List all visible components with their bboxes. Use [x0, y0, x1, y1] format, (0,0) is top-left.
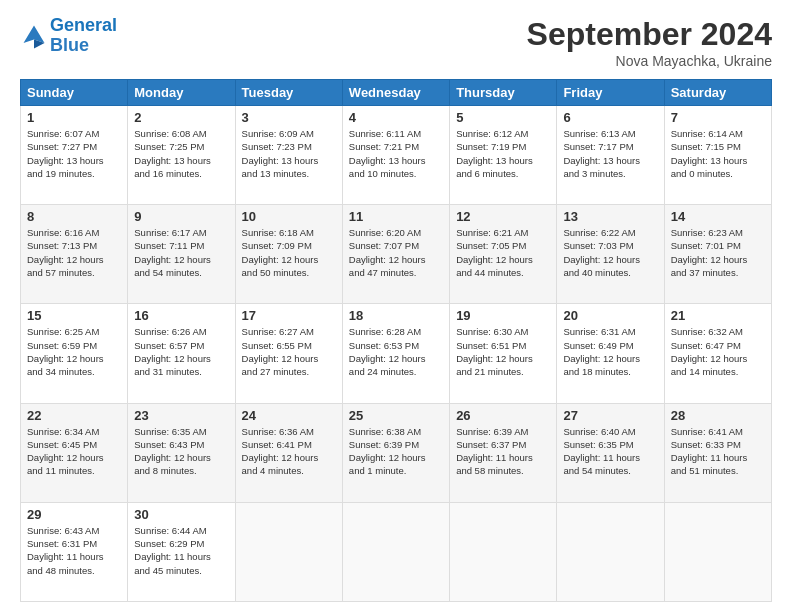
- day-info: Sunrise: 6:16 AMSunset: 7:13 PMDaylight:…: [27, 226, 121, 279]
- day-number: 15: [27, 308, 121, 323]
- col-saturday: Saturday: [664, 80, 771, 106]
- table-cell: 1 Sunrise: 6:07 AMSunset: 7:27 PMDayligh…: [21, 106, 128, 205]
- day-info: Sunrise: 6:09 AMSunset: 7:23 PMDaylight:…: [242, 127, 336, 180]
- day-info: Sunrise: 6:39 AMSunset: 6:37 PMDaylight:…: [456, 425, 550, 478]
- day-info: Sunrise: 6:17 AMSunset: 7:11 PMDaylight:…: [134, 226, 228, 279]
- day-number: 21: [671, 308, 765, 323]
- table-cell: [342, 502, 449, 601]
- table-cell: [557, 502, 664, 601]
- title-section: September 2024 Nova Mayachka, Ukraine: [527, 16, 772, 69]
- day-info: Sunrise: 6:32 AMSunset: 6:47 PMDaylight:…: [671, 325, 765, 378]
- header: General Blue September 2024 Nova Mayachk…: [20, 16, 772, 69]
- day-info: Sunrise: 6:14 AMSunset: 7:15 PMDaylight:…: [671, 127, 765, 180]
- day-info: Sunrise: 6:44 AMSunset: 6:29 PMDaylight:…: [134, 524, 228, 577]
- day-info: Sunrise: 6:28 AMSunset: 6:53 PMDaylight:…: [349, 325, 443, 378]
- col-wednesday: Wednesday: [342, 80, 449, 106]
- col-monday: Monday: [128, 80, 235, 106]
- day-info: Sunrise: 6:34 AMSunset: 6:45 PMDaylight:…: [27, 425, 121, 478]
- col-tuesday: Tuesday: [235, 80, 342, 106]
- day-number: 11: [349, 209, 443, 224]
- table-cell: [450, 502, 557, 601]
- table-cell: 14 Sunrise: 6:23 AMSunset: 7:01 PMDaylig…: [664, 205, 771, 304]
- day-number: 13: [563, 209, 657, 224]
- table-cell: 4 Sunrise: 6:11 AMSunset: 7:21 PMDayligh…: [342, 106, 449, 205]
- table-cell: 25 Sunrise: 6:38 AMSunset: 6:39 PMDaylig…: [342, 403, 449, 502]
- table-cell: 21 Sunrise: 6:32 AMSunset: 6:47 PMDaylig…: [664, 304, 771, 403]
- day-number: 7: [671, 110, 765, 125]
- table-cell: 6 Sunrise: 6:13 AMSunset: 7:17 PMDayligh…: [557, 106, 664, 205]
- day-number: 25: [349, 408, 443, 423]
- table-cell: 20 Sunrise: 6:31 AMSunset: 6:49 PMDaylig…: [557, 304, 664, 403]
- day-info: Sunrise: 6:22 AMSunset: 7:03 PMDaylight:…: [563, 226, 657, 279]
- day-number: 18: [349, 308, 443, 323]
- day-info: Sunrise: 6:21 AMSunset: 7:05 PMDaylight:…: [456, 226, 550, 279]
- day-info: Sunrise: 6:27 AMSunset: 6:55 PMDaylight:…: [242, 325, 336, 378]
- day-number: 10: [242, 209, 336, 224]
- table-cell: 26 Sunrise: 6:39 AMSunset: 6:37 PMDaylig…: [450, 403, 557, 502]
- table-cell: 19 Sunrise: 6:30 AMSunset: 6:51 PMDaylig…: [450, 304, 557, 403]
- day-info: Sunrise: 6:20 AMSunset: 7:07 PMDaylight:…: [349, 226, 443, 279]
- table-cell: 12 Sunrise: 6:21 AMSunset: 7:05 PMDaylig…: [450, 205, 557, 304]
- day-number: 24: [242, 408, 336, 423]
- table-cell: 24 Sunrise: 6:36 AMSunset: 6:41 PMDaylig…: [235, 403, 342, 502]
- table-cell: 8 Sunrise: 6:16 AMSunset: 7:13 PMDayligh…: [21, 205, 128, 304]
- table-cell: 3 Sunrise: 6:09 AMSunset: 7:23 PMDayligh…: [235, 106, 342, 205]
- logo-line1: General: [50, 15, 117, 35]
- day-number: 8: [27, 209, 121, 224]
- table-cell: 2 Sunrise: 6:08 AMSunset: 7:25 PMDayligh…: [128, 106, 235, 205]
- table-cell: 27 Sunrise: 6:40 AMSunset: 6:35 PMDaylig…: [557, 403, 664, 502]
- day-info: Sunrise: 6:25 AMSunset: 6:59 PMDaylight:…: [27, 325, 121, 378]
- day-info: Sunrise: 6:11 AMSunset: 7:21 PMDaylight:…: [349, 127, 443, 180]
- day-info: Sunrise: 6:26 AMSunset: 6:57 PMDaylight:…: [134, 325, 228, 378]
- logo: General Blue: [20, 16, 117, 56]
- day-info: Sunrise: 6:13 AMSunset: 7:17 PMDaylight:…: [563, 127, 657, 180]
- table-cell: 30 Sunrise: 6:44 AMSunset: 6:29 PMDaylig…: [128, 502, 235, 601]
- day-info: Sunrise: 6:38 AMSunset: 6:39 PMDaylight:…: [349, 425, 443, 478]
- day-info: Sunrise: 6:30 AMSunset: 6:51 PMDaylight:…: [456, 325, 550, 378]
- day-number: 9: [134, 209, 228, 224]
- day-info: Sunrise: 6:41 AMSunset: 6:33 PMDaylight:…: [671, 425, 765, 478]
- day-number: 1: [27, 110, 121, 125]
- day-number: 29: [27, 507, 121, 522]
- day-number: 27: [563, 408, 657, 423]
- day-number: 5: [456, 110, 550, 125]
- logo-icon: [20, 22, 48, 50]
- day-info: Sunrise: 6:08 AMSunset: 7:25 PMDaylight:…: [134, 127, 228, 180]
- table-cell: 13 Sunrise: 6:22 AMSunset: 7:03 PMDaylig…: [557, 205, 664, 304]
- table-cell: 10 Sunrise: 6:18 AMSunset: 7:09 PMDaylig…: [235, 205, 342, 304]
- calendar-table: Sunday Monday Tuesday Wednesday Thursday…: [20, 79, 772, 602]
- day-number: 23: [134, 408, 228, 423]
- table-cell: [664, 502, 771, 601]
- logo-line2: Blue: [50, 35, 89, 55]
- page: General Blue September 2024 Nova Mayachk…: [0, 0, 792, 612]
- col-friday: Friday: [557, 80, 664, 106]
- day-info: Sunrise: 6:23 AMSunset: 7:01 PMDaylight:…: [671, 226, 765, 279]
- col-sunday: Sunday: [21, 80, 128, 106]
- day-info: Sunrise: 6:43 AMSunset: 6:31 PMDaylight:…: [27, 524, 121, 577]
- table-cell: 28 Sunrise: 6:41 AMSunset: 6:33 PMDaylig…: [664, 403, 771, 502]
- day-info: Sunrise: 6:18 AMSunset: 7:09 PMDaylight:…: [242, 226, 336, 279]
- day-info: Sunrise: 6:07 AMSunset: 7:27 PMDaylight:…: [27, 127, 121, 180]
- day-info: Sunrise: 6:40 AMSunset: 6:35 PMDaylight:…: [563, 425, 657, 478]
- logo-text: General Blue: [50, 16, 117, 56]
- day-number: 28: [671, 408, 765, 423]
- day-number: 6: [563, 110, 657, 125]
- table-cell: [235, 502, 342, 601]
- day-number: 16: [134, 308, 228, 323]
- day-number: 2: [134, 110, 228, 125]
- table-cell: 17 Sunrise: 6:27 AMSunset: 6:55 PMDaylig…: [235, 304, 342, 403]
- day-info: Sunrise: 6:31 AMSunset: 6:49 PMDaylight:…: [563, 325, 657, 378]
- day-number: 30: [134, 507, 228, 522]
- day-number: 4: [349, 110, 443, 125]
- month-title: September 2024: [527, 16, 772, 53]
- col-thursday: Thursday: [450, 80, 557, 106]
- table-cell: 9 Sunrise: 6:17 AMSunset: 7:11 PMDayligh…: [128, 205, 235, 304]
- table-cell: 15 Sunrise: 6:25 AMSunset: 6:59 PMDaylig…: [21, 304, 128, 403]
- table-cell: 16 Sunrise: 6:26 AMSunset: 6:57 PMDaylig…: [128, 304, 235, 403]
- day-info: Sunrise: 6:36 AMSunset: 6:41 PMDaylight:…: [242, 425, 336, 478]
- day-number: 26: [456, 408, 550, 423]
- day-number: 12: [456, 209, 550, 224]
- table-cell: 23 Sunrise: 6:35 AMSunset: 6:43 PMDaylig…: [128, 403, 235, 502]
- table-cell: 11 Sunrise: 6:20 AMSunset: 7:07 PMDaylig…: [342, 205, 449, 304]
- day-info: Sunrise: 6:12 AMSunset: 7:19 PMDaylight:…: [456, 127, 550, 180]
